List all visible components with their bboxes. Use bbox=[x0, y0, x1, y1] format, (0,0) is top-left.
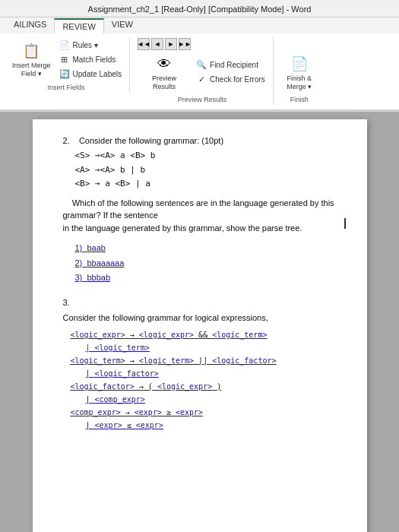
find-recipient-button[interactable]: 🔍 Find Recipient bbox=[194, 58, 267, 71]
insert-merge-field-icon: 📋 bbox=[21, 40, 42, 62]
rules-button[interactable]: 📄 Rules ▾ bbox=[57, 38, 124, 52]
answer-1-val: baab bbox=[87, 243, 105, 252]
insert-merge-field-button[interactable]: 📋 Insert MergeField ▾ bbox=[9, 39, 54, 80]
check-errors-button[interactable]: ✓ Check for Errors bbox=[194, 72, 267, 86]
nav-prev-button[interactable]: ◄ bbox=[151, 38, 163, 50]
logic-rule-3: <logic_term> → <logic_term> || <logic_fa… bbox=[71, 355, 344, 366]
finish-merge-icon: 📄 bbox=[289, 53, 310, 74]
document-area: 2. Consider the following grammar: (10pt… bbox=[0, 112, 399, 532]
answer-1-num: 1) bbox=[75, 243, 83, 252]
check-errors-icon: ✓ bbox=[195, 73, 207, 85]
tab-ailings[interactable]: AILINGS bbox=[6, 17, 54, 33]
insert-fields-small: 📄 Rules ▾ ⊞ Match Fields 🔄 Update Labels bbox=[57, 38, 124, 81]
question-3-text: Consider the following grammar for logic… bbox=[63, 312, 344, 325]
nav-arrows: ◄◄ ◄ ► ►► bbox=[138, 38, 191, 50]
preview-results-label: Preview Results bbox=[178, 96, 227, 103]
answer-2-num: 2) bbox=[75, 258, 83, 268]
update-labels-label: Update Labels bbox=[73, 70, 122, 78]
match-fields-label: Match Fields bbox=[73, 55, 116, 64]
finish-group: 📄 Finish &Merge ▾ Finish bbox=[278, 36, 324, 105]
document-page: 2. Consider the following grammar: (10pt… bbox=[33, 119, 367, 532]
logic-rule-8: | <expr> ≤ <expr> bbox=[86, 420, 344, 431]
answer-3: 3) bbbab bbox=[75, 271, 344, 284]
preview-small-items: 🔍 Find Recipient ✓ Check for Errors bbox=[194, 58, 267, 86]
logic-rule-7: <comp_expr> → <expr> ≥ <expr> bbox=[71, 407, 344, 418]
answers-list: 1) baab 2) bbaaaaaa 3) bbbab bbox=[75, 242, 344, 284]
answer-3-num: 3) bbox=[75, 273, 83, 282]
preview-label: PreviewResults bbox=[152, 74, 176, 91]
tab-view[interactable]: VIEW bbox=[104, 17, 141, 33]
preview-results-items: ◄◄ ◄ ► ►► 👁 PreviewResults 🔍 Find Recipi… bbox=[138, 38, 267, 93]
find-recipient-label: Find Recipient bbox=[210, 61, 258, 69]
preview-col: ◄◄ ◄ ► ►► 👁 PreviewResults bbox=[138, 38, 191, 93]
check-errors-label: Check for Errors bbox=[210, 75, 265, 84]
logic-rule-4: | <logic_factor> bbox=[86, 368, 344, 379]
nav-next-button[interactable]: ► bbox=[165, 38, 177, 50]
rules-icon: 📄 bbox=[59, 39, 71, 51]
grammar-rule-2: <A> →<A> b | b bbox=[75, 164, 344, 177]
logic-rules: <logic_expr> → <logic_expr> && <logic_te… bbox=[71, 329, 344, 431]
document-content: 2. Consider the following grammar: (10pt… bbox=[63, 135, 344, 431]
preview-button[interactable]: 👁 PreviewResults bbox=[149, 52, 179, 93]
question-3-number: 3. bbox=[63, 296, 344, 309]
insert-fields-label: Insert Fields bbox=[48, 84, 85, 91]
nav-last-button[interactable]: ►► bbox=[179, 38, 191, 50]
which-sentence-text: Which of the following sentences are in … bbox=[63, 197, 344, 235]
logic-rule-6: | <comp_expr> bbox=[86, 394, 344, 405]
insert-fields-group: 📋 Insert MergeField ▾ 📄 Rules ▾ ⊞ Match … bbox=[6, 36, 130, 93]
answer-2-val: bbaaaaaa bbox=[87, 258, 124, 268]
update-labels-icon: 🔄 bbox=[59, 68, 71, 80]
answer-3-val: bbbab bbox=[87, 273, 110, 282]
finish-label: Finish bbox=[290, 96, 309, 103]
preview-icon: 👁 bbox=[154, 53, 175, 74]
match-fields-button[interactable]: ⊞ Match Fields bbox=[57, 52, 124, 66]
title-bar: Assignment_ch2_1 [Read-Only] [Compatibil… bbox=[0, 0, 399, 17]
insert-merge-field-label: Insert MergeField ▾ bbox=[12, 62, 51, 78]
tab-review[interactable]: REVIEW bbox=[54, 18, 103, 33]
grammar-rule-3: <B> → a <B> | a bbox=[75, 178, 344, 191]
finish-merge-label: Finish &Merge ▾ bbox=[287, 74, 312, 91]
answer-2: 2) bbaaaaaa bbox=[75, 257, 344, 270]
preview-results-group: ◄◄ ◄ ► ►► 👁 PreviewResults 🔍 Find Recipi… bbox=[135, 36, 274, 105]
title-text: Assignment_ch2_1 [Read-Only] [Compatibil… bbox=[88, 5, 312, 14]
answer-1: 1) baab bbox=[75, 242, 344, 255]
question-2-number: 2. Consider the following grammar: (10pt… bbox=[63, 135, 344, 147]
nav-first-button[interactable]: ◄◄ bbox=[138, 38, 150, 50]
find-recipient-icon: 🔍 bbox=[195, 59, 207, 71]
logic-rule-1: <logic_expr> → <logic_expr> && <logic_te… bbox=[71, 329, 344, 340]
insert-fields-items: 📋 Insert MergeField ▾ 📄 Rules ▾ ⊞ Match … bbox=[9, 38, 123, 81]
grammar-rules-q2: <S> →<A> a <B> b <A> →<A> b | b <B> → a … bbox=[75, 150, 344, 191]
ribbon: AILINGS REVIEW VIEW 📋 Insert MergeField … bbox=[0, 17, 399, 112]
ribbon-content: 📋 Insert MergeField ▾ 📄 Rules ▾ ⊞ Match … bbox=[0, 33, 399, 110]
grammar-rule-1: <S> →<A> a <B> b bbox=[75, 150, 344, 163]
match-fields-icon: ⊞ bbox=[59, 53, 71, 65]
text-cursor bbox=[344, 218, 346, 229]
logic-rule-2: | <logic_term> bbox=[86, 342, 344, 353]
rules-label: Rules ▾ bbox=[73, 41, 98, 49]
logic-rule-5: <logic_factor> → ( <logic_expr> ) bbox=[71, 381, 344, 392]
ribbon-tabs: AILINGS REVIEW VIEW bbox=[0, 17, 399, 33]
update-labels-button[interactable]: 🔄 Update Labels bbox=[57, 67, 124, 81]
finish-merge-button[interactable]: 📄 Finish &Merge ▾ bbox=[283, 52, 315, 93]
question-3-area: 3. Consider the following grammar for lo… bbox=[63, 296, 344, 431]
